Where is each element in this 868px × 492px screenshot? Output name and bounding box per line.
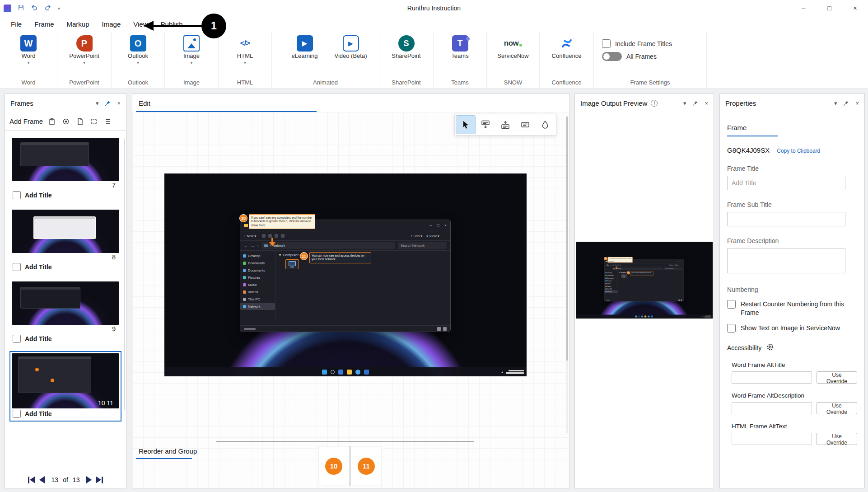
next-page-button[interactable] — [86, 476, 92, 483]
pin-icon[interactable] — [692, 100, 698, 106]
menu-item-markup[interactable]: Markup — [61, 16, 96, 32]
show-text-servicenow-row: Show Text on Image in ServiceNow — [727, 324, 857, 333]
frame-thumbnail[interactable] — [12, 281, 119, 325]
collapse-chevron-icon[interactable]: ▾ — [683, 100, 686, 107]
close-icon[interactable]: × — [705, 100, 708, 107]
prev-page-button[interactable] — [39, 476, 45, 483]
network-computer-item — [285, 259, 299, 269]
frame-subtitle-input[interactable] — [727, 212, 845, 226]
gear-icon[interactable] — [766, 343, 774, 353]
ribbon-group-html: </> HTML ▾ HTML — [219, 32, 272, 88]
maximize-icon: □ — [437, 223, 439, 228]
capture-frame-icon[interactable] — [61, 116, 71, 127]
frame-screenshot[interactable]: Network –□× + New ▾ ↕ Sort ▾ ≡ View ▾ ··… — [164, 173, 527, 376]
frame-thumbnail-cell-7[interactable]: 7 Add Title — [9, 136, 121, 203]
word-altdescription-override-button[interactable]: Use Override — [817, 402, 857, 414]
add-frame-toolbar: Add Frame — [5, 112, 126, 131]
show-text-servicenow-checkbox[interactable] — [727, 324, 736, 333]
frame-description-label: Frame Description — [727, 237, 857, 244]
last-page-button[interactable] — [96, 476, 103, 483]
word-altdescription-label: Word Frame AltDescription — [727, 392, 857, 399]
include-frame-titles-checkbox[interactable] — [602, 39, 611, 48]
collapse-chevron-icon[interactable]: ▾ — [834, 100, 837, 107]
text-callout-tool-button[interactable] — [515, 115, 535, 134]
callout-below-tool-button[interactable] — [476, 115, 495, 134]
word-alttitle-label: Word Frame AltTitle — [727, 361, 857, 368]
add-title-checkbox[interactable] — [13, 263, 21, 271]
explorer-sidebar: Desktop Downloads Documents Pictures Mus… — [240, 251, 275, 320]
collapse-chevron-icon[interactable]: ▾ — [96, 100, 99, 107]
chevron-down-icon: ▾ — [244, 61, 246, 65]
edit-scrollbar[interactable] — [566, 117, 568, 433]
minimize-button[interactable]: – — [791, 0, 817, 16]
maximize-button[interactable]: □ — [817, 0, 842, 16]
frame-thumbnail-cell-10-11-selected[interactable]: 10 11 Add Title — [9, 351, 121, 422]
pin-icon[interactable] — [105, 100, 111, 106]
callout-above-tool-button[interactable] — [495, 115, 515, 134]
menu-item-frame[interactable]: Frame — [28, 16, 60, 32]
image-output-preview-panel: Image Output Preview i ▾ × Network –□× — [574, 94, 714, 488]
droplet-tool-button[interactable] — [535, 115, 555, 134]
menu-item-publish[interactable]: Publish — [154, 16, 189, 32]
html-alttext-override-button[interactable]: Use Override — [817, 433, 857, 445]
all-frames-toggle[interactable] — [602, 52, 622, 61]
tab-edit[interactable]: Edit — [139, 99, 150, 107]
copy-to-clipboard-link[interactable]: Copy to Clipboard — [777, 148, 820, 154]
frame-id: G8QK4J09SX — [727, 146, 770, 154]
elearning-icon: ▶ — [297, 35, 313, 52]
pointer-tool-button[interactable] — [456, 115, 476, 134]
group-box-10[interactable]: 10 — [318, 446, 350, 486]
windows-taskbar: ▴ — [164, 367, 527, 376]
menu-item-file[interactable]: File — [5, 16, 28, 32]
word-icon: W — [20, 35, 37, 52]
close-button[interactable]: × — [842, 0, 868, 16]
widgets-icon — [338, 370, 343, 375]
menu-item-image[interactable]: Image — [96, 16, 127, 32]
taskbar-clock — [506, 370, 524, 374]
frame-thumbnail-cell-8[interactable]: 8 Add Title — [9, 207, 121, 275]
pin-icon[interactable] — [843, 100, 849, 106]
new-frame-icon[interactable] — [75, 116, 85, 127]
explorer-icon — [347, 370, 352, 375]
ribbon-group-outlook: O Outlook ▾ Outlook — [112, 32, 165, 88]
frame-thumbnail[interactable] — [12, 210, 119, 253]
explorer-search: Search Network — [398, 242, 447, 249]
ribbon-group-confluence: Confluence Confluence — [540, 32, 594, 88]
frame-subtitle-label: Frame Sub Title — [727, 201, 857, 208]
menu-bar: File Frame Markup Image View Publish — [0, 16, 868, 32]
paste-frame-icon[interactable] — [47, 116, 57, 127]
close-icon[interactable]: × — [855, 100, 859, 107]
frame-description-input[interactable] — [727, 248, 845, 273]
all-frames-row: All Frames — [602, 52, 657, 61]
region-capture-icon[interactable] — [89, 116, 99, 127]
ribbon-group-animated: ▶ eLearning ▶ Video (Beta) Animated — [272, 32, 379, 88]
html-alttext-input[interactable] — [732, 433, 812, 445]
frames-scrollbar[interactable] — [124, 139, 125, 410]
add-title-checkbox[interactable] — [13, 335, 21, 343]
frame-number: 10 11 — [98, 399, 113, 408]
frame-thumbnail-cell-9[interactable]: 9 Add Title — [9, 279, 121, 347]
restart-numbering-checkbox[interactable] — [727, 300, 736, 309]
outlook-icon: O — [130, 35, 146, 52]
edit-canvas[interactable]: Network –□× + New ▾ ↕ Sort ▾ ≡ View ▾ ··… — [132, 112, 569, 488]
ribbon-group-teams: T Teams Teams — [434, 32, 487, 88]
frame-list-icon[interactable] — [103, 116, 113, 127]
ribbon-group-image: Image ▾ Image — [165, 32, 219, 88]
forward-icon: → — [251, 244, 255, 248]
close-icon[interactable]: × — [117, 100, 121, 107]
tab-reorder-and-group[interactable]: Reorder and Group — [139, 447, 197, 455]
group-box-11[interactable]: 11 — [350, 446, 382, 486]
word-alttitle-override-button[interactable]: Use Override — [817, 371, 857, 384]
frame-title-input[interactable] — [727, 176, 845, 190]
info-icon[interactable]: i — [651, 100, 658, 107]
computer-icon — [289, 261, 296, 266]
add-title-checkbox[interactable] — [13, 410, 21, 418]
add-title-checkbox[interactable] — [13, 191, 21, 199]
frames-panel: Frames ▾ × Add Frame 7 Add Title — [5, 94, 126, 488]
tab-frame[interactable]: Frame — [727, 124, 778, 136]
word-alttitle-input[interactable] — [732, 371, 812, 384]
first-page-button[interactable] — [28, 476, 35, 483]
edit-panel-header: Edit — [132, 94, 569, 112]
word-altdescription-input[interactable] — [732, 402, 812, 414]
frame-thumbnail[interactable] — [12, 138, 119, 181]
